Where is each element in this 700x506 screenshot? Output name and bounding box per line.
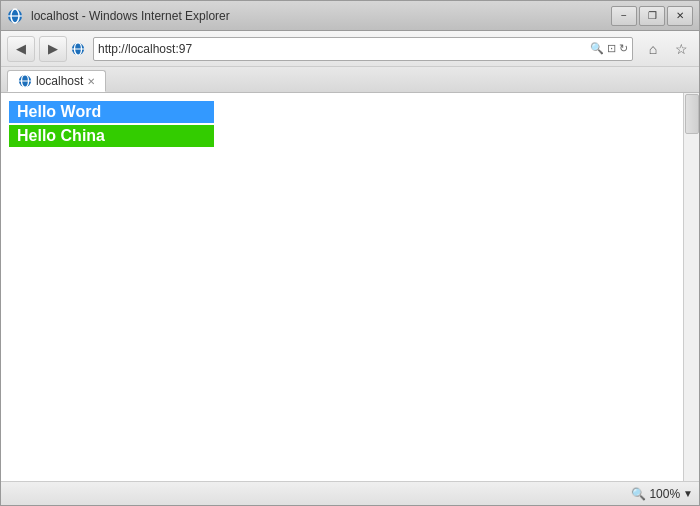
address-text: http://localhost:97	[98, 42, 590, 56]
page-content: Hello Word Hello China	[1, 93, 699, 155]
title-bar-buttons: − ❐ ✕	[611, 6, 693, 26]
compat-icon: ⊡	[607, 42, 616, 55]
tab-ie-icon	[18, 74, 32, 88]
tab-label: localhost	[36, 74, 83, 88]
zoom-dropdown-icon[interactable]: ▼	[683, 488, 693, 499]
back-button[interactable]: ◀	[7, 36, 35, 62]
title-bar: localhost - Windows Internet Explorer − …	[1, 1, 699, 31]
zoom-icon: 🔍	[631, 487, 646, 501]
tab-localhost[interactable]: localhost ✕	[7, 70, 106, 92]
title-bar-text: localhost - Windows Internet Explorer	[31, 9, 611, 23]
address-bar[interactable]: http://localhost:97 🔍 ⊡ ↻	[93, 37, 633, 61]
search-icon[interactable]: 🔍	[590, 42, 604, 55]
browser-window: localhost - Windows Internet Explorer − …	[0, 0, 700, 506]
content-area: Hello Word Hello China	[1, 93, 699, 481]
zoom-level: 100%	[649, 487, 680, 501]
right-nav: ⌂ ☆	[641, 37, 693, 61]
status-bar: 🔍 100% ▼	[1, 481, 699, 505]
ie-nav-icon	[71, 42, 85, 56]
navigation-bar: ◀ ▶ http://localhost:97 🔍 ⊡ ↻ ⌂ ☆	[1, 31, 699, 67]
tab-close-button[interactable]: ✕	[87, 76, 95, 87]
forward-button[interactable]: ▶	[39, 36, 67, 62]
tab-bar: localhost ✕	[1, 67, 699, 93]
close-button[interactable]: ✕	[667, 6, 693, 26]
restore-button[interactable]: ❐	[639, 6, 665, 26]
ie-title-icon	[7, 8, 23, 24]
scroll-thumb[interactable]	[685, 94, 699, 134]
zoom-control[interactable]: 🔍 100% ▼	[631, 487, 693, 501]
refresh-icon[interactable]: ↻	[619, 42, 628, 55]
scrollbar[interactable]	[683, 93, 699, 481]
hello-word-text: Hello Word	[9, 101, 214, 123]
hello-china-text: Hello China	[9, 125, 214, 147]
minimize-button[interactable]: −	[611, 6, 637, 26]
address-icons: 🔍 ⊡ ↻	[590, 42, 628, 55]
home-button[interactable]: ⌂	[641, 37, 665, 61]
favorites-button[interactable]: ☆	[669, 37, 693, 61]
